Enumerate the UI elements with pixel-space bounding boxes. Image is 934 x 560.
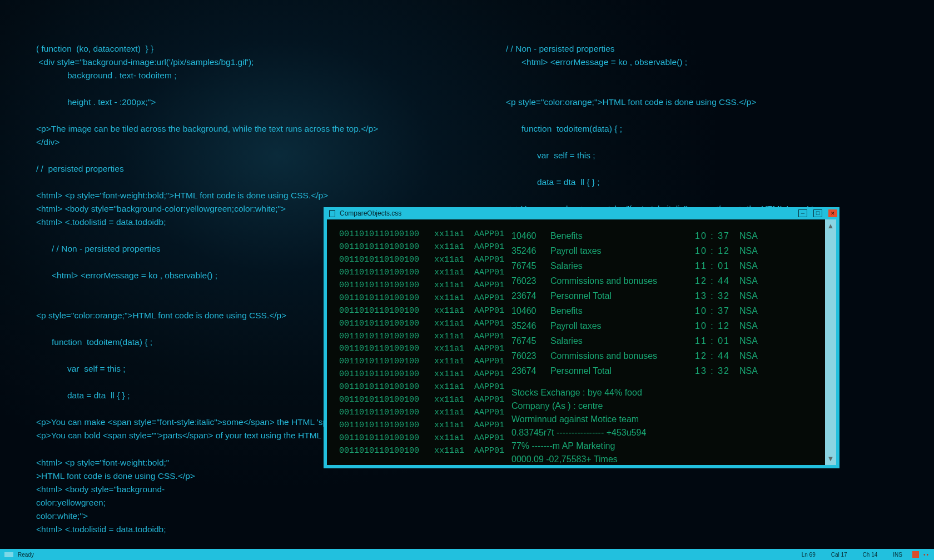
code-line: <html> <.todolistid = data.todoidb; <box>36 217 166 227</box>
warning-icon <box>912 551 919 558</box>
table-row: 35246Payroll taxes10 : 12NSA <box>511 243 831 258</box>
row-id: 23674 <box>511 364 550 378</box>
code-line: color:white;"> <box>36 511 88 521</box>
window-title: CompareObjects.css <box>340 209 401 217</box>
scroll-up-icon[interactable]: ▲ <box>827 222 834 230</box>
row-tag: NSA <box>739 274 773 288</box>
row-time: 12 : 44 <box>695 274 739 288</box>
binary-row: 0011010110100100 xx11a1 AAPP01 <box>339 407 495 419</box>
scroll-down-icon[interactable]: ▼ <box>827 454 834 463</box>
row-time: 10 : 12 <box>695 319 739 333</box>
code-line: <div style="background-image:url('/pix/s… <box>36 57 254 67</box>
scrollbar[interactable]: ▲ ▼ <box>825 219 836 465</box>
footer-text-block: Stocks Exchange : bye 44% food Company (… <box>511 386 831 465</box>
row-name: Salaries <box>550 259 695 273</box>
footer-line: Worminnud against Motice team <box>511 413 831 426</box>
minimize-button[interactable]: ─ <box>798 209 807 217</box>
code-line: >HTML font code is done using CSS.</p> <box>36 471 195 481</box>
row-name: Personnel Total <box>550 364 695 378</box>
binary-row: 0011010110100100 xx11a1 AAPP01 <box>339 228 495 241</box>
row-id: 76023 <box>511 274 550 288</box>
code-line: var self = this ; <box>506 149 862 162</box>
binary-row: 0011010110100100 xx11a1 AAPP01 <box>339 394 495 407</box>
row-name: Salaries <box>550 334 695 348</box>
code-line: <html> <p style="font-weight:bold;">HTML… <box>36 191 328 200</box>
table-row: 76023Commissions and bonuses12 : 44NSA <box>511 273 831 288</box>
binary-row: 0011010110100100 xx11a1 AAPP01 <box>339 343 495 356</box>
code-line: <p style="color:orange;">HTML font code … <box>506 97 756 107</box>
table-row: 23674Personnel Total13 : 32NSA <box>511 288 831 303</box>
row-tag: NSA <box>739 229 773 243</box>
row-tag: NSA <box>739 334 773 348</box>
window-body: 0011010110100100 xx11a1 AAPP010011010110… <box>327 219 836 465</box>
binary-row: 0011010110100100 xx11a1 AAPP01 <box>339 318 495 331</box>
footer-line: 0000.09 -02,75583+ Times <box>511 453 831 465</box>
footer-line: 77% -------m AP Marketing <box>511 439 831 453</box>
ready-icon <box>4 552 13 557</box>
status-char: Ch 14 <box>863 552 878 558</box>
maximize-button[interactable]: ☐ <box>813 209 822 217</box>
binary-row: 0011010110100100 xx11a1 AAPP01 <box>339 331 495 343</box>
binary-column: 0011010110100100 xx11a1 AAPP010011010110… <box>339 228 495 456</box>
row-time: 12 : 44 <box>695 349 739 363</box>
table-row: 76745Salaries11 : 01NSA <box>511 333 831 348</box>
row-id: 35246 <box>511 319 550 333</box>
row-name: Benefits <box>550 304 695 318</box>
row-name: Commissions and bonuses <box>550 274 695 288</box>
binary-row: 0011010110100100 xx11a1 AAPP01 <box>339 368 495 381</box>
code-line: <p>You can make <span style="font-style:… <box>36 417 356 427</box>
row-name: Commissions and bonuses <box>550 349 695 363</box>
binary-row: 0011010110100100 xx11a1 AAPP01 <box>339 254 495 267</box>
binary-row: 0011010110100100 xx11a1 AAPP01 <box>339 381 495 394</box>
code-line: <p>You can bold <span style="">parts</sp… <box>36 431 355 440</box>
status-insert-mode: INS <box>893 552 902 558</box>
code-line: <html> <.todolistid = data.todoidb; <box>36 524 166 534</box>
row-time: 11 : 01 <box>695 259 739 273</box>
row-id: 10460 <box>511 229 550 243</box>
code-line: height . text - :200px;"> <box>36 96 436 109</box>
row-name: Payroll taxes <box>550 244 695 258</box>
status-line-number: Ln 69 <box>802 552 816 558</box>
row-id: 76023 <box>511 349 550 363</box>
code-line: / / Non - persisted properties <box>506 44 615 53</box>
code-line: ( function (ko, datacontext) } } <box>36 44 153 53</box>
binary-row: 0011010110100100 xx11a1 AAPP01 <box>339 432 495 445</box>
row-id: 23674 <box>511 289 550 303</box>
code-line: </div> <box>36 137 59 147</box>
row-name: Personnel Total <box>550 289 695 303</box>
row-tag: NSA <box>739 289 773 303</box>
binary-row: 0011010110100100 xx11a1 AAPP01 <box>339 305 495 318</box>
row-time: 10 : 37 <box>695 304 739 318</box>
code-line: <html> <body style="background-color:yel… <box>36 204 286 213</box>
row-time: 13 : 32 <box>695 364 739 378</box>
row-time: 13 : 32 <box>695 289 739 303</box>
binary-row: 0011010110100100 xx11a1 AAPP01 <box>339 241 495 254</box>
code-line: <html> <body style="background- <box>36 484 165 494</box>
row-tag: NSA <box>739 304 773 318</box>
table-row: 76745Salaries11 : 01NSA <box>511 258 831 273</box>
row-id: 76745 <box>511 334 550 348</box>
code-line: <html> <p style="font-weight:bold;" <box>36 458 169 467</box>
window-titlebar[interactable]: CompareObjects.css ─ ☐ ✕ <box>324 207 839 219</box>
code-line: background . text- todoitem ; <box>36 69 436 82</box>
binary-row: 0011010110100100 xx11a1 AAPP01 <box>339 292 495 305</box>
row-tag: NSA <box>739 319 773 333</box>
row-name: Benefits <box>550 229 695 243</box>
code-line: <p>The image can be tiled across the bac… <box>36 124 378 133</box>
row-time: 11 : 01 <box>695 334 739 348</box>
binary-row: 0011010110100100 xx11a1 AAPP01 <box>339 279 495 292</box>
code-line: color:yellowgreen; <box>36 498 106 507</box>
row-tag: NSA <box>739 244 773 258</box>
table-row: 23674Personnel Total13 : 32NSA <box>511 363 831 378</box>
binary-row: 0011010110100100 xx11a1 AAPP01 <box>339 419 495 432</box>
row-name: Payroll taxes <box>550 319 695 333</box>
compare-objects-window[interactable]: CompareObjects.css ─ ☐ ✕ 001101011010010… <box>324 207 839 468</box>
close-button[interactable]: ✕ <box>828 209 837 217</box>
row-tag: NSA <box>739 364 773 378</box>
row-time: 10 : 37 <box>695 229 739 243</box>
status-bar: Ready Ln 69 Cal 17 Ch 14 INS •• <box>0 549 934 560</box>
document-icon <box>329 210 335 217</box>
code-line: <p style="color:orange;">HTML font code … <box>36 311 286 320</box>
row-tag: NSA <box>739 349 773 363</box>
row-tag: NSA <box>739 259 773 273</box>
